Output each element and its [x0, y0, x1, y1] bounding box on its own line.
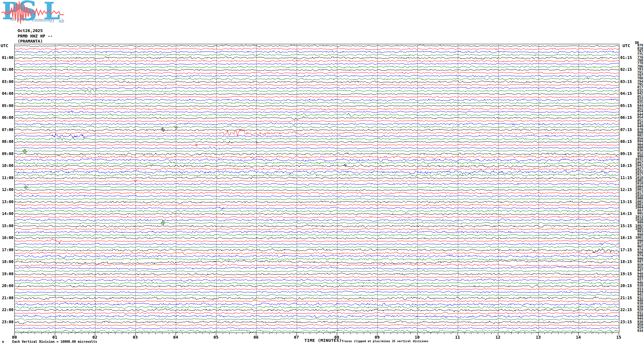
seismo-trace	[15, 122, 619, 125]
psl-logo[interactable]: P S L atras eismology ab	[1, 1, 65, 25]
minor-tick	[511, 333, 512, 334]
minor-tick	[343, 333, 344, 334]
helicorder-plot	[14, 44, 619, 333]
minor-tick	[410, 333, 411, 334]
minor-tick	[330, 333, 330, 334]
minor-tick	[357, 333, 357, 334]
time-label: 20:00	[0, 284, 13, 288]
x-tick-label: 02	[90, 335, 100, 339]
seismo-trace	[15, 144, 619, 146]
seismo-trace	[15, 264, 619, 267]
x-axis-title: TIME (MINUTES)	[304, 338, 342, 343]
seismo-trace	[15, 231, 619, 233]
seismo-trace	[15, 138, 619, 140]
seismo-trace	[15, 48, 619, 50]
minor-tick	[21, 333, 21, 334]
seismo-trace	[15, 141, 619, 143]
scale-note: Each Vertical Division = 10000.00 microv…	[12, 340, 97, 343]
seismo-trace	[15, 128, 619, 132]
seismo-trace	[15, 270, 619, 272]
seismo-trace	[15, 56, 619, 59]
time-label: 19:00	[0, 272, 13, 276]
seismo-trace	[15, 309, 619, 312]
time-label: 14:00	[0, 212, 13, 216]
time-label: 08:00	[0, 140, 13, 144]
seismo-trace	[15, 324, 619, 326]
minor-tick	[290, 333, 290, 334]
minor-tick	[364, 333, 364, 334]
seismo-trace	[15, 96, 619, 98]
minor-tick	[41, 333, 42, 334]
trace-dc-value: 934	[632, 329, 643, 333]
minor-tick	[424, 333, 424, 334]
seismo-trace	[15, 266, 619, 270]
minor-tick	[82, 333, 82, 334]
seismo-trace	[15, 195, 619, 197]
seismo-trace	[15, 302, 619, 306]
seismo-trace	[15, 93, 619, 95]
seismo-trace	[15, 158, 619, 162]
seismo-trace	[15, 108, 619, 110]
time-label: 13:00	[0, 200, 13, 204]
minor-tick	[545, 333, 545, 334]
minor-tick	[370, 333, 371, 334]
seismo-trace	[15, 153, 619, 156]
seismo-trace	[15, 126, 619, 129]
seismo-trace	[15, 63, 619, 65]
minor-tick	[391, 333, 391, 334]
seismo-trace	[15, 300, 619, 302]
seismo-trace	[15, 51, 619, 53]
minor-tick	[310, 333, 310, 334]
seismo-trace	[15, 84, 619, 86]
minor-tick	[102, 333, 102, 334]
x-tick-label: 11	[453, 335, 462, 339]
minor-tick	[518, 333, 518, 334]
seismo-trace	[15, 282, 619, 284]
minor-tick	[471, 333, 471, 334]
minor-tick	[155, 333, 156, 334]
time-label: 05:00	[0, 104, 13, 108]
seismo-trace	[15, 155, 619, 159]
seismo-trace	[15, 249, 619, 253]
x-tick-label: 06	[251, 335, 261, 339]
x-tick-label: 00	[10, 335, 19, 339]
minor-tick	[551, 333, 552, 334]
minor-tick	[142, 333, 142, 334]
minor-tick	[612, 333, 612, 334]
seismo-trace	[15, 204, 619, 206]
seismo-trace	[15, 297, 619, 300]
utc-label-right: UTC	[623, 43, 630, 48]
minor-tick	[122, 333, 122, 334]
minor-tick	[35, 333, 35, 334]
time-label: 16:00	[0, 236, 13, 240]
seismo-trace	[15, 117, 619, 119]
minor-tick	[303, 333, 303, 334]
x-tick-label: 15	[614, 335, 623, 339]
seismo-trace	[15, 243, 619, 245]
header-date: Oct26,2025	[18, 29, 43, 33]
minor-tick	[62, 333, 62, 334]
minor-tick	[223, 333, 223, 334]
seismo-trace	[15, 183, 619, 185]
header-location: (PRAMANTA)	[18, 39, 43, 43]
x-tick-label: 09	[372, 335, 382, 339]
minor-tick	[572, 333, 572, 334]
seismo-trace	[15, 102, 619, 104]
seismo-trace	[15, 210, 619, 213]
minor-tick	[484, 333, 485, 334]
x-tick-label: 01	[50, 335, 60, 339]
minor-tick	[397, 333, 397, 334]
seismo-trace	[15, 198, 619, 200]
seismo-trace	[15, 111, 619, 113]
time-label: 17:00	[0, 248, 13, 252]
seismo-trace	[15, 201, 619, 203]
seismo-trace	[15, 80, 619, 83]
minor-tick	[350, 333, 351, 334]
time-label: 02:00	[0, 68, 13, 71]
seismo-trace	[15, 161, 619, 165]
minor-tick	[491, 333, 491, 334]
seismo-trace	[15, 87, 619, 89]
minor-tick	[48, 333, 48, 334]
x-tick-label: 03	[130, 335, 140, 339]
seismo-trace	[15, 228, 619, 230]
